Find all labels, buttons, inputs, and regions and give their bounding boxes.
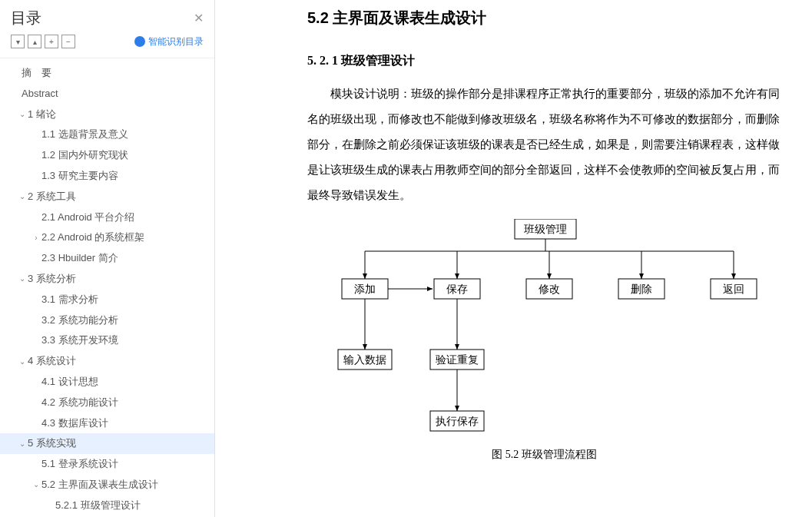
svg-text:添加: 添加 bbox=[354, 283, 376, 295]
toc-toolbar: ▾ ▴ + − bbox=[11, 35, 75, 48]
toc-item-label: 3.1 需求分析 bbox=[41, 292, 207, 308]
toc-item[interactable]: ·2.1 Android 平台介绍 bbox=[0, 207, 214, 228]
toc-item-label: 5.2.1 班级管理设计 bbox=[55, 498, 207, 514]
toc-item-label: 4.3 数据库设计 bbox=[41, 416, 207, 432]
toc-item[interactable]: ⌄5 系统实现 bbox=[0, 433, 214, 454]
toc-item-label: 1.3 研究主要内容 bbox=[41, 168, 207, 184]
toc-item[interactable]: ·5.1 登录系统设计 bbox=[0, 454, 214, 475]
toc-item-label: 3.2 系统功能分析 bbox=[41, 313, 207, 329]
toc-item[interactable]: ·5.2.1 班级管理设计 bbox=[0, 495, 214, 516]
close-icon[interactable]: ✕ bbox=[194, 11, 204, 25]
paragraph: 模块设计说明：班级的操作部分是排课程序正常执行的重要部分，班级的添加不允许有同名… bbox=[307, 81, 781, 208]
heading-2: 5.2 主界面及课表生成设计 bbox=[307, 8, 781, 28]
svg-text:修改: 修改 bbox=[539, 283, 560, 295]
toc-item-label: 2.2 Android 的系统框架 bbox=[41, 230, 207, 246]
sidebar-title: 目录 bbox=[11, 8, 41, 28]
toc-item[interactable]: ·3.2 系统功能分析 bbox=[0, 310, 214, 331]
toc-item[interactable]: ·2.3 Hbuilder 简介 bbox=[0, 248, 214, 269]
svg-text:保存: 保存 bbox=[446, 283, 468, 295]
toc-item[interactable]: ·3.1 需求分析 bbox=[0, 290, 214, 310]
toc-item[interactable]: ·Abstract bbox=[0, 84, 214, 104]
zoom-in-icon[interactable]: + bbox=[45, 35, 58, 48]
toc-item[interactable]: ·摘 要 bbox=[0, 63, 214, 84]
toc-item-label: 5.2 主界面及课表生成设计 bbox=[41, 477, 207, 493]
chevron-down-icon[interactable]: ⌄ bbox=[31, 479, 41, 491]
toc-item[interactable]: ⌄5.2 主界面及课表生成设计 bbox=[0, 475, 214, 495]
toc-item-label: 3 系统分析 bbox=[28, 271, 207, 287]
chevron-right-icon[interactable]: › bbox=[31, 232, 41, 244]
toc-item-label: 摘 要 bbox=[22, 65, 207, 81]
toc-item-label: 2 系统工具 bbox=[28, 189, 207, 205]
svg-text:执行保存: 执行保存 bbox=[436, 416, 479, 427]
toc-item-label: 3.3 系统开发环境 bbox=[41, 333, 207, 349]
chevron-down-icon[interactable]: ⌄ bbox=[17, 191, 28, 203]
svg-text:输入数据: 输入数据 bbox=[343, 354, 386, 366]
zoom-out-icon[interactable]: − bbox=[61, 35, 75, 48]
toc-item-label: 1.1 选题背景及意义 bbox=[41, 127, 207, 143]
toc-item-label: 1 绪论 bbox=[28, 107, 207, 123]
svg-text:验证重复: 验证重复 bbox=[436, 354, 479, 366]
toc-item[interactable]: ⌄4 系统设计 bbox=[0, 351, 214, 372]
toc-item-label: 2.3 Hbuilder 简介 bbox=[41, 250, 207, 267]
toc-item[interactable]: ⌄2 系统工具 bbox=[0, 187, 214, 207]
toc-item-label: 1.2 国内外研究现状 bbox=[41, 147, 207, 164]
svg-text:删除: 删除 bbox=[631, 283, 652, 295]
toc-item-label: 4 系统设计 bbox=[28, 353, 207, 370]
heading-3: 5. 2. 1 班级管理设计 bbox=[307, 53, 781, 69]
toc-item-label: 4.2 系统功能设计 bbox=[41, 395, 207, 411]
toc-item[interactable]: ·4.1 设计思想 bbox=[0, 372, 214, 393]
ai-icon bbox=[134, 36, 145, 47]
collapse-all-icon[interactable]: ▾ bbox=[11, 35, 25, 48]
document-content: 5.2 主界面及课表生成设计 5. 2. 1 班级管理设计 模块设计说明：班级的… bbox=[215, 0, 812, 517]
toc-item-label: 5.1 登录系统设计 bbox=[41, 456, 207, 472]
flowchart-svg: 班级管理 添加 保存 修改 删除 返回 bbox=[315, 219, 761, 442]
chevron-down-icon[interactable]: ⌄ bbox=[17, 108, 28, 121]
svg-text:返回: 返回 bbox=[723, 283, 744, 295]
toc-item-label: 5 系统实现 bbox=[28, 436, 207, 452]
smart-toc-label: 智能识别目录 bbox=[148, 35, 204, 48]
figure-caption: 图 5.2 班级管理流程图 bbox=[307, 448, 781, 462]
toc-sidebar: 目录 ✕ ▾ ▴ + − 智能识别目录 ·摘 要·Abstract⌄1 绪论·1… bbox=[0, 0, 215, 517]
toc-item[interactable]: ⌄3 系统分析 bbox=[0, 269, 214, 290]
toc-item-label: 4.1 设计思想 bbox=[41, 374, 207, 390]
toc-item[interactable]: ⌄1 绪论 bbox=[0, 104, 214, 125]
toc-list[interactable]: ·摘 要·Abstract⌄1 绪论·1.1 选题背景及意义·1.2 国内外研究… bbox=[0, 58, 214, 517]
toc-item[interactable]: ·1.2 国内外研究现状 bbox=[0, 145, 214, 166]
toc-item-label: Abstract bbox=[22, 86, 207, 102]
expand-all-icon[interactable]: ▴ bbox=[28, 35, 41, 48]
chevron-down-icon[interactable]: ⌄ bbox=[17, 273, 28, 285]
toc-item-label: 2.1 Android 平台介绍 bbox=[41, 210, 207, 226]
toc-item[interactable]: ·3.3 系统开发环境 bbox=[0, 330, 214, 351]
toc-item[interactable]: ›2.2 Android 的系统框架 bbox=[0, 227, 214, 248]
toc-item[interactable]: ·1.3 研究主要内容 bbox=[0, 166, 214, 187]
chevron-down-icon[interactable]: ⌄ bbox=[17, 438, 28, 450]
flow-diagram: 班级管理 添加 保存 修改 删除 返回 bbox=[315, 219, 761, 442]
toc-item[interactable]: ·4.3 数据库设计 bbox=[0, 413, 214, 434]
flow-root: 班级管理 bbox=[524, 224, 567, 235]
chevron-down-icon[interactable]: ⌄ bbox=[17, 356, 28, 368]
toc-item[interactable]: ·4.2 系统功能设计 bbox=[0, 393, 214, 413]
toc-item[interactable]: ·1.1 选题背景及意义 bbox=[0, 124, 214, 145]
sidebar-header: 目录 ✕ ▾ ▴ + − 智能识别目录 bbox=[0, 0, 214, 53]
smart-toc-link[interactable]: 智能识别目录 bbox=[134, 35, 204, 48]
